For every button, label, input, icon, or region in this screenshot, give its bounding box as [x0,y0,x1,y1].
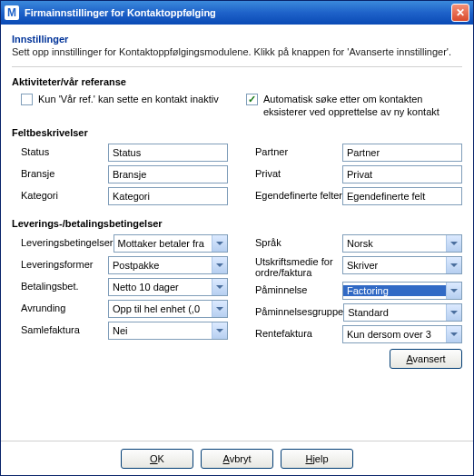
titlebar: M Firmainnstillinger for Kontaktoppfølgi… [1,1,473,25]
page-title: Innstillinger [12,34,462,45]
advanced-button[interactable]: Avansert [390,349,462,369]
label-sprak: Språk [246,234,342,248]
checkbox-autosearch-row[interactable]: Automatisk søke etter om kontakten eksis… [246,93,462,118]
label-kategori: Kategori [12,187,108,201]
label-paaminn: Påminnelse [246,282,342,295]
chevron-down-icon [212,322,227,339]
chevron-down-icon [212,301,227,317]
label-utskr: Utskriftsmedie for ordre/faktura [246,256,342,278]
label-rentef: Rentefaktura [246,325,342,339]
checkbox-autosearch[interactable] [246,94,258,105]
label-egendef: Egendefinerte felter [246,187,342,201]
window-title: Firmainnstillinger for Kontaktoppfølging [25,7,451,18]
input-privat[interactable] [342,165,462,183]
dialog-window: M Firmainnstillinger for Kontaktoppfølgi… [0,0,474,476]
input-partner[interactable] [342,144,462,162]
close-icon: ✕ [456,6,465,19]
select-levbet[interactable]: Mottaker betaler fra [114,234,228,253]
chevron-down-icon [446,304,461,321]
input-bransje[interactable] [108,165,228,183]
chevron-down-icon [446,257,461,273]
group-activities: Aktiviteter/vår referanse [12,76,462,87]
label-paaminngr: Påminnelsesgruppe [246,303,343,317]
input-kategori[interactable] [108,187,228,205]
cancel-button[interactable]: Avbryt [201,449,273,469]
select-levform[interactable]: Postpakke [108,256,228,274]
label-partner: Partner [246,144,342,157]
label-levform: Leveringsformer [12,256,108,270]
select-betbet[interactable]: Netto 10 dager [108,278,228,296]
select-rentef[interactable]: Kun dersom over 3 [342,325,462,343]
divider [12,66,462,67]
input-egendef[interactable] [342,187,462,205]
label-samle: Samlefaktura [12,322,108,335]
app-icon: M [5,5,19,20]
chevron-down-icon [446,235,461,252]
chevron-down-icon [212,257,227,273]
group-delivery: Leverings-/betalingsbetingelser [12,218,462,229]
label-status: Status [12,144,108,157]
chevron-down-icon [446,326,461,342]
close-button[interactable]: ✕ [451,4,469,22]
select-sprak[interactable]: Norsk [342,234,462,253]
select-samle[interactable]: Nei [108,322,228,340]
label-levbet: Leveringsbetingelser [12,234,114,248]
page-description: Sett opp innstillinger for Kontaktoppføl… [12,46,462,57]
label-bransje: Bransje [12,165,108,179]
label-avrund: Avrunding [12,300,108,313]
select-utskr[interactable]: Skriver [342,256,462,274]
chevron-down-icon [446,283,461,299]
checkbox-inactive-row[interactable]: Kun 'Vår ref.' kan sette en kontakt inak… [12,93,228,105]
label-privat: Privat [246,165,342,179]
help-button[interactable]: Hjelp [281,449,353,469]
label-betbet: Betalingsbet. [12,278,108,292]
select-paaminn[interactable]: Factoring [342,282,462,300]
input-status[interactable] [108,144,228,162]
select-paaminngr[interactable]: Standard [343,303,462,322]
advanced-button-rest: vansert [413,353,446,364]
select-avrund[interactable]: Opp til hel enhet (,0 [108,300,228,318]
chevron-down-icon [212,279,227,295]
group-fields: Feltbeskrivelser [12,127,462,138]
ok-button[interactable]: OK [121,449,193,469]
chevron-down-icon [212,235,227,252]
content-area: Innstillinger Sett opp innstillinger for… [1,25,473,441]
checkbox-inactive[interactable] [21,94,33,105]
checkbox-inactive-label: Kun 'Vår ref.' kan sette en kontakt inak… [38,93,219,105]
checkbox-autosearch-label: Automatisk søke etter om kontakten eksis… [263,93,462,118]
dialog-footer: OK Avbryt Hjelp [1,441,473,475]
